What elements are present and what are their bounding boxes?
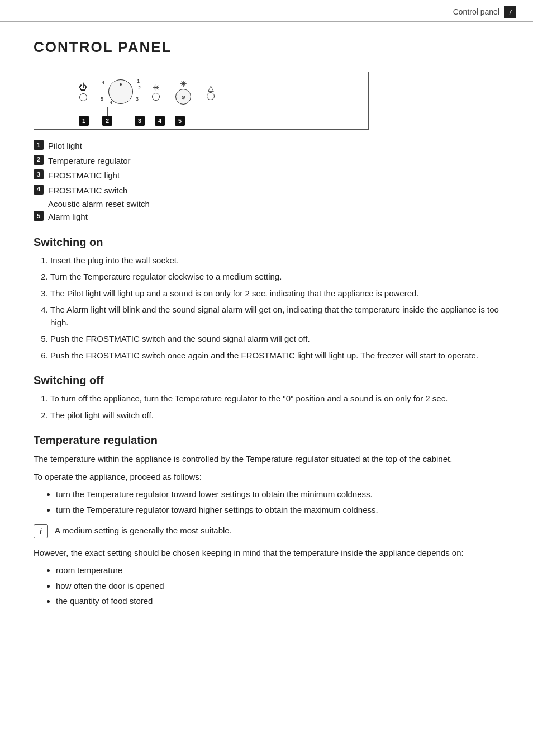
temp-regulation-title: Temperature regulation [34,434,499,447]
controls-row: ⏻ 1 2 3 4 5 4 ✳ [79,79,215,105]
component-label-2: Temperature regulator [48,155,131,168]
component-item-2: 2 Temperature regulator [34,155,499,168]
frostmatic-switch: ✳ ⌀ [175,79,191,105]
list-item: the quantity of food stored [56,595,499,608]
acoustic-alarm-label: Acoustic alarm reset switch [48,199,499,209]
component-item-5: 5 Alarm light [34,211,499,224]
switching-off-title: Switching off [34,374,499,387]
badge-1: 1 [34,140,44,150]
component-label-4: FROSTMATIC switch [48,185,127,197]
power-symbol: ⏻ [79,82,87,92]
tick-row: 1 2 3 4 [79,107,351,126]
snowflake-icon-1: ✳ [153,83,160,93]
list-item: turn the Temperature regulator toward lo… [56,488,499,501]
switching-off-list: To turn off the appliance, turn the Temp… [34,393,499,422]
info-box: i A medium setting is generally the most… [34,524,499,538]
list-item: how often the door is opened [56,580,499,593]
info-icon: i [34,524,48,538]
component-list: 1 Pilot light 2 Temperature regulator 3 … [34,140,499,224]
list-item: The pilot light will switch off. [50,409,499,422]
temp-para-2: To operate the appliance, proceed as fol… [34,470,499,484]
pilot-light-indicator [79,93,87,101]
alarm-bell-icon: ⌀ [182,93,185,101]
component-item-1: 1 Pilot light [34,140,499,153]
page-header: Control panel 7 [0,0,533,22]
alarm-light-control: △ [207,83,215,100]
list-item: Insert the plug into the wall socket. [50,254,499,267]
component-item-4: 4 FROSTMATIC switch [34,185,499,197]
badge-3: 3 [34,169,44,179]
list-item: Push the FROSTMATIC switch and the sound… [50,333,499,346]
page-title: CONTROL PANEL [34,39,499,56]
knob-circle [108,79,133,104]
frostmatic-light: ✳ [152,83,160,101]
list-item: To turn off the appliance, turn the Temp… [50,393,499,405]
switching-on-list: Insert the plug into the wall socket. Tu… [34,254,499,362]
temp-para-1: The temperature within the appliance is … [34,452,499,466]
switching-on-title: Switching on [34,236,499,249]
final-bullets: room temperature how often the door is o… [34,564,499,608]
diagram-box: ⏻ 1 2 3 4 5 4 ✳ [34,72,369,130]
section-label: Control panel [453,7,499,16]
temp-regulator: 1 2 3 4 5 4 [108,79,133,104]
list-item: turn the Temperature regulator toward hi… [56,504,499,517]
list-item: The Pilot light will light up and a soun… [50,287,499,300]
frostmatic-light-indicator [152,93,160,101]
component-item-3: 3 FROSTMATIC light [34,169,499,182]
list-item: The Alarm light will blink and the sound… [50,304,499,329]
control-panel-diagram: ⏻ 1 2 3 4 5 4 ✳ [34,72,499,130]
list-item: Turn the Temperature regulator clockwise… [50,271,499,284]
snowflake-icon-2: ✳ [180,79,187,89]
list-item: Push the FROSTMATIC switch once again an… [50,349,499,362]
frostmatic-switch-button: ⌀ [175,89,191,105]
pilot-light-control: ⏻ [79,82,87,101]
info-text: A medium setting is generally the most s… [55,524,232,537]
component-label-5: Alarm light [48,211,88,224]
alarm-light-indicator [207,92,215,100]
badge-5: 5 [34,211,44,221]
badge-4: 4 [34,185,44,195]
component-label-1: Pilot light [48,140,82,153]
after-info-text: However, the exact setting should be cho… [34,546,499,560]
component-label-3: FROSTMATIC light [48,169,120,182]
knob-indicator [120,83,122,86]
list-item: room temperature [56,564,499,577]
badge-2: 2 [34,155,44,165]
page-number: 7 [504,6,516,18]
triangle-warning-icon: △ [208,83,214,92]
temp-bullets: turn the Temperature regulator toward lo… [34,488,499,516]
